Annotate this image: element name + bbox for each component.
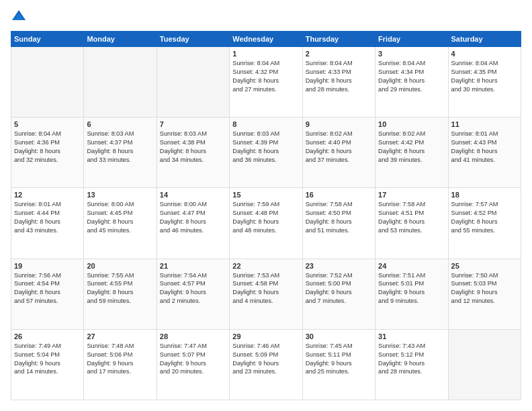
calendar-cell: 11Sunrise: 8:01 AM Sunset: 4:43 PM Dayli… (448, 118, 521, 188)
calendar-cell: 2Sunrise: 8:04 AM Sunset: 4:33 PM Daylig… (302, 47, 375, 118)
day-number: 11 (451, 120, 518, 128)
day-info: Sunrise: 8:01 AM Sunset: 4:43 PM Dayligh… (451, 130, 518, 165)
calendar-week-row: 19Sunrise: 7:56 AM Sunset: 4:54 PM Dayli… (11, 259, 521, 329)
day-number: 28 (160, 332, 226, 340)
calendar-table: SundayMondayTuesdayWednesdayThursdayFrid… (11, 31, 521, 400)
day-info: Sunrise: 7:57 AM Sunset: 4:52 PM Dayligh… (451, 200, 518, 235)
day-info: Sunrise: 7:52 AM Sunset: 5:00 PM Dayligh… (306, 271, 372, 306)
day-info: Sunrise: 7:50 AM Sunset: 5:03 PM Dayligh… (451, 271, 518, 306)
header (11, 11, 521, 24)
day-info: Sunrise: 8:00 AM Sunset: 4:47 PM Dayligh… (160, 200, 226, 235)
day-info: Sunrise: 7:51 AM Sunset: 5:01 PM Dayligh… (378, 271, 445, 306)
calendar-cell: 31Sunrise: 7:43 AM Sunset: 5:12 PM Dayli… (375, 329, 448, 400)
calendar-cell: 12Sunrise: 8:01 AM Sunset: 4:44 PM Dayli… (11, 188, 84, 259)
day-info: Sunrise: 7:53 AM Sunset: 4:58 PM Dayligh… (232, 271, 299, 306)
day-info: Sunrise: 8:02 AM Sunset: 4:40 PM Dayligh… (306, 130, 372, 165)
day-number: 18 (451, 191, 518, 199)
day-info: Sunrise: 7:46 AM Sunset: 5:09 PM Dayligh… (232, 342, 299, 377)
calendar-week-row: 1Sunrise: 8:04 AM Sunset: 4:32 PM Daylig… (11, 47, 521, 118)
calendar-cell: 25Sunrise: 7:50 AM Sunset: 5:03 PM Dayli… (448, 259, 521, 329)
day-info: Sunrise: 8:02 AM Sunset: 4:42 PM Dayligh… (378, 130, 445, 165)
day-info: Sunrise: 7:58 AM Sunset: 4:50 PM Dayligh… (306, 200, 372, 235)
day-number: 2 (306, 50, 372, 58)
day-info: Sunrise: 7:45 AM Sunset: 5:11 PM Dayligh… (306, 342, 372, 377)
calendar-cell: 3Sunrise: 8:04 AM Sunset: 4:34 PM Daylig… (375, 47, 448, 118)
calendar-cell: 21Sunrise: 7:54 AM Sunset: 4:57 PM Dayli… (157, 259, 229, 329)
calendar-header-row: SundayMondayTuesdayWednesdayThursdayFrid… (11, 32, 521, 47)
day-number: 4 (451, 50, 518, 58)
day-number: 10 (378, 120, 445, 128)
day-info: Sunrise: 8:04 AM Sunset: 4:32 PM Dayligh… (232, 59, 299, 94)
calendar-cell: 1Sunrise: 8:04 AM Sunset: 4:32 PM Daylig… (230, 47, 302, 118)
calendar-cell: 18Sunrise: 7:57 AM Sunset: 4:52 PM Dayli… (448, 188, 521, 259)
day-info: Sunrise: 7:59 AM Sunset: 4:48 PM Dayligh… (232, 200, 299, 235)
day-number: 7 (160, 120, 226, 128)
calendar-day-header: Thursday (302, 32, 375, 47)
calendar-cell (448, 329, 521, 400)
day-number: 15 (232, 191, 299, 199)
day-number: 21 (160, 262, 226, 270)
calendar-cell: 16Sunrise: 7:58 AM Sunset: 4:50 PM Dayli… (302, 188, 375, 259)
calendar-cell: 22Sunrise: 7:53 AM Sunset: 4:58 PM Dayli… (230, 259, 302, 329)
day-number: 8 (232, 120, 299, 128)
day-number: 3 (378, 50, 445, 58)
day-info: Sunrise: 8:04 AM Sunset: 4:35 PM Dayligh… (451, 59, 518, 94)
day-number: 5 (14, 120, 81, 128)
calendar-cell: 4Sunrise: 8:04 AM Sunset: 4:35 PM Daylig… (448, 47, 521, 118)
day-number: 27 (87, 332, 153, 340)
calendar-cell: 5Sunrise: 8:04 AM Sunset: 4:36 PM Daylig… (11, 118, 84, 188)
day-number: 6 (87, 120, 153, 128)
day-info: Sunrise: 8:03 AM Sunset: 4:37 PM Dayligh… (87, 130, 153, 165)
day-number: 30 (306, 332, 372, 340)
calendar-cell: 19Sunrise: 7:56 AM Sunset: 4:54 PM Dayli… (11, 259, 84, 329)
calendar-cell (84, 47, 157, 118)
day-number: 26 (14, 332, 81, 340)
day-number: 24 (378, 262, 445, 270)
day-info: Sunrise: 7:58 AM Sunset: 4:51 PM Dayligh… (378, 200, 445, 235)
day-info: Sunrise: 8:03 AM Sunset: 4:38 PM Dayligh… (160, 130, 226, 165)
calendar-cell (11, 47, 84, 118)
calendar-cell: 14Sunrise: 8:00 AM Sunset: 4:47 PM Dayli… (157, 188, 229, 259)
day-number: 31 (378, 332, 445, 340)
calendar-cell: 29Sunrise: 7:46 AM Sunset: 5:09 PM Dayli… (230, 329, 302, 400)
calendar-cell: 7Sunrise: 8:03 AM Sunset: 4:38 PM Daylig… (157, 118, 229, 188)
day-info: Sunrise: 8:04 AM Sunset: 4:34 PM Dayligh… (378, 59, 445, 94)
day-number: 13 (87, 191, 153, 199)
calendar-day-header: Sunday (11, 32, 84, 47)
day-info: Sunrise: 8:00 AM Sunset: 4:45 PM Dayligh… (87, 200, 153, 235)
day-number: 17 (378, 191, 445, 199)
calendar-cell: 6Sunrise: 8:03 AM Sunset: 4:37 PM Daylig… (84, 118, 157, 188)
calendar-cell: 8Sunrise: 8:03 AM Sunset: 4:39 PM Daylig… (230, 118, 302, 188)
day-number: 16 (306, 191, 372, 199)
calendar-cell: 30Sunrise: 7:45 AM Sunset: 5:11 PM Dayli… (302, 329, 375, 400)
day-number: 1 (232, 50, 299, 58)
calendar-day-header: Tuesday (157, 32, 229, 47)
calendar-day-header: Saturday (448, 32, 521, 47)
calendar-cell: 15Sunrise: 7:59 AM Sunset: 4:48 PM Dayli… (230, 188, 302, 259)
calendar-cell: 27Sunrise: 7:48 AM Sunset: 5:06 PM Dayli… (84, 329, 157, 400)
calendar-week-row: 12Sunrise: 8:01 AM Sunset: 4:44 PM Dayli… (11, 188, 521, 259)
calendar-week-row: 26Sunrise: 7:49 AM Sunset: 5:04 PM Dayli… (11, 329, 521, 400)
day-number: 23 (306, 262, 372, 270)
day-info: Sunrise: 7:49 AM Sunset: 5:04 PM Dayligh… (14, 342, 81, 377)
day-info: Sunrise: 7:54 AM Sunset: 4:57 PM Dayligh… (160, 271, 226, 306)
day-number: 14 (160, 191, 226, 199)
calendar-cell: 23Sunrise: 7:52 AM Sunset: 5:00 PM Dayli… (302, 259, 375, 329)
day-number: 9 (306, 120, 372, 128)
day-info: Sunrise: 7:55 AM Sunset: 4:55 PM Dayligh… (87, 271, 153, 306)
day-number: 25 (451, 262, 518, 270)
calendar-cell: 13Sunrise: 8:00 AM Sunset: 4:45 PM Dayli… (84, 188, 157, 259)
day-number: 22 (232, 262, 299, 270)
calendar-day-header: Friday (375, 32, 448, 47)
calendar-cell: 20Sunrise: 7:55 AM Sunset: 4:55 PM Dayli… (84, 259, 157, 329)
day-info: Sunrise: 7:56 AM Sunset: 4:54 PM Dayligh… (14, 271, 81, 306)
day-info: Sunrise: 8:01 AM Sunset: 4:44 PM Dayligh… (14, 200, 81, 235)
day-number: 20 (87, 262, 153, 270)
day-info: Sunrise: 7:43 AM Sunset: 5:12 PM Dayligh… (378, 342, 445, 377)
logo-icon (11, 8, 27, 24)
day-info: Sunrise: 7:47 AM Sunset: 5:07 PM Dayligh… (160, 342, 226, 377)
calendar-cell: 17Sunrise: 7:58 AM Sunset: 4:51 PM Dayli… (375, 188, 448, 259)
calendar-cell: 9Sunrise: 8:02 AM Sunset: 4:40 PM Daylig… (302, 118, 375, 188)
day-number: 29 (232, 332, 299, 340)
day-number: 12 (14, 191, 81, 199)
